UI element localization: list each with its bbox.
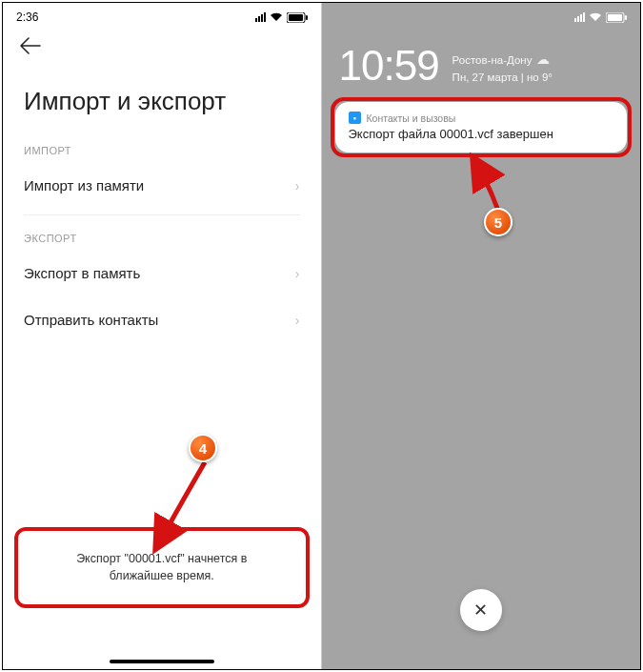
notification-text: Экспорт файла 00001.vcf завершен <box>349 127 614 141</box>
row-export-to-memory[interactable]: Экспорт в память › <box>3 250 321 296</box>
row-send-contacts[interactable]: Отправить контакты › <box>3 296 321 343</box>
nav-pill <box>110 660 214 663</box>
chevron-right-icon: › <box>295 178 300 193</box>
statusbar-right <box>322 3 641 28</box>
screenshot-left: 2:36 Импорт и экспорт ИМПОРТ Импорт из п… <box>3 3 322 669</box>
section-import-label: ИМПОРТ <box>3 145 321 162</box>
svg-rect-5 <box>625 15 627 20</box>
weather-icon: ☁ <box>536 51 550 70</box>
status-icons-right <box>574 12 627 23</box>
wifi-icon <box>589 12 602 22</box>
lock-date: Пн, 27 марта | но 9° <box>452 70 553 85</box>
notification-container: ▪ Контакты и вызовы Экспорт файла 00001.… <box>335 102 628 153</box>
callout-arrow-4 <box>146 460 231 560</box>
notification-app-row: ▪ Контакты и вызовы <box>349 112 614 124</box>
lock-meta: Ростов-на-Дону ☁ Пн, 27 марта | но 9° <box>452 45 553 85</box>
battery-icon <box>606 12 627 23</box>
statusbar-left: 2:36 <box>3 3 321 28</box>
status-time: 2:36 <box>16 10 38 24</box>
row-import-from-memory[interactable]: Импорт из памяти › <box>3 162 321 209</box>
notification-card[interactable]: ▪ Контакты и вызовы Экспорт файла 00001.… <box>335 102 628 153</box>
status-icons-left <box>255 12 308 23</box>
contacts-app-icon: ▪ <box>349 112 361 124</box>
svg-rect-1 <box>289 14 303 21</box>
divider <box>24 214 300 215</box>
chevron-right-icon: › <box>295 266 300 281</box>
back-button[interactable] <box>3 28 321 60</box>
wifi-icon <box>270 12 283 22</box>
arrow-left-icon <box>20 37 41 54</box>
signal-icon <box>574 12 585 22</box>
signal-icon <box>255 12 266 22</box>
row-label: Экспорт в память <box>24 265 140 281</box>
page-title: Импорт и экспорт <box>3 60 321 145</box>
svg-rect-4 <box>608 14 622 21</box>
lock-city: Ростов-на-Дону <box>452 52 532 68</box>
battery-icon <box>287 12 308 23</box>
notification-app-name: Контакты и вызовы <box>367 112 456 124</box>
callout-badge-5: 5 <box>484 208 512 236</box>
section-export-label: ЭКСПОРТ <box>3 233 321 250</box>
row-label: Импорт из памяти <box>24 177 144 193</box>
callout-badge-4: 4 <box>189 434 217 462</box>
row-label: Отправить контакты <box>24 312 158 328</box>
svg-rect-2 <box>306 15 308 20</box>
chevron-right-icon: › <box>295 313 300 328</box>
lockscreen-header: 10:59 Ростов-на-Дону ☁ Пн, 27 марта | но… <box>322 28 641 96</box>
lock-time: 10:59 <box>339 45 439 87</box>
screenshot-right: 10:59 Ростов-на-Дону ☁ Пн, 27 марта | но… <box>322 3 641 669</box>
close-icon: ✕ <box>473 600 488 621</box>
dismiss-button[interactable]: ✕ <box>460 589 502 631</box>
